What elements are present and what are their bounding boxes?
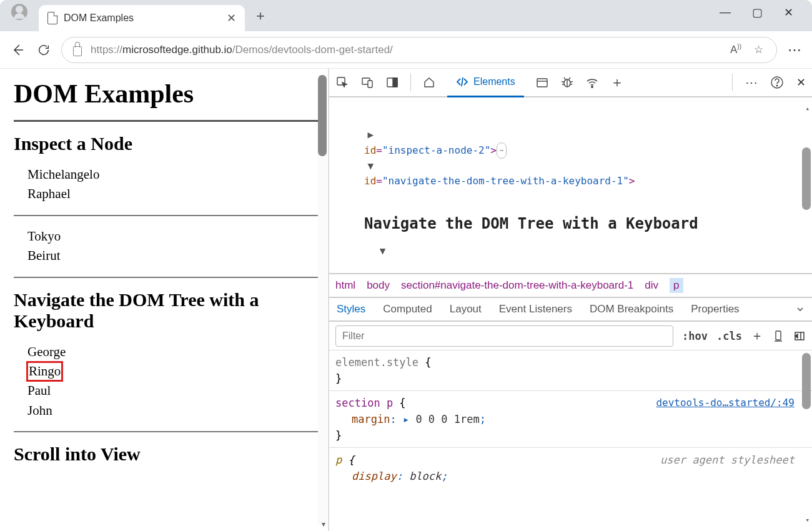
devtools-header: Elements ＋ ⋯ ✕ bbox=[329, 69, 812, 97]
list-item: Paul bbox=[27, 382, 318, 400]
help-icon[interactable] bbox=[770, 76, 784, 89]
tab-label: Elements bbox=[473, 76, 515, 87]
svg-rect-5 bbox=[537, 79, 547, 87]
tab-dom-breakpoints[interactable]: DOM Breakpoints bbox=[590, 303, 673, 315]
tab-computed[interactable]: Computed bbox=[383, 303, 432, 315]
dom-breadcrumb: html body section#navigate-the-dom-tree-… bbox=[329, 273, 812, 297]
dom-node[interactable]: ▼ bbox=[329, 244, 812, 259]
svg-rect-4 bbox=[393, 78, 397, 87]
styles-tabs: Styles Computed Layout Event Listeners D… bbox=[329, 297, 812, 322]
section-heading: Navigate the DOM Tree with a Keyboard bbox=[14, 289, 318, 332]
device-emulation-icon[interactable] bbox=[360, 76, 374, 89]
computed-sidebar-icon[interactable] bbox=[793, 330, 806, 342]
tab-title: DOM Examples bbox=[64, 12, 220, 24]
inspect-element-icon[interactable] bbox=[335, 76, 349, 89]
list-item: Beirut bbox=[27, 247, 318, 265]
favorite-icon[interactable]: ☆ bbox=[751, 43, 765, 56]
scroll-down-icon[interactable]: ▾ bbox=[322, 520, 325, 529]
scroll-up-icon[interactable]: ▴ bbox=[805, 101, 810, 116]
dom-scroll-thumb[interactable] bbox=[802, 147, 811, 210]
source-link[interactable]: devtools-do…started/:49 bbox=[656, 395, 795, 411]
url-text: https://microsoftedge.github.io/Demos/de… bbox=[91, 44, 393, 56]
devtools-panel: Elements ＋ ⋯ ✕ ▴ ▾ ▶id="inspect-a-node-2… bbox=[328, 69, 812, 531]
divider bbox=[329, 390, 812, 391]
dom-node[interactable]: ▶id="inspect-a-node-2">⋯ bbox=[329, 127, 812, 159]
more-tabs-icon[interactable] bbox=[796, 305, 805, 314]
divider bbox=[329, 447, 812, 448]
more-menu-button[interactable]: ⋯ bbox=[786, 41, 803, 59]
divider bbox=[410, 74, 411, 91]
tab-event-listeners[interactable]: Event Listeners bbox=[499, 303, 572, 315]
divider bbox=[14, 277, 318, 278]
dock-side-icon[interactable] bbox=[385, 76, 399, 89]
list-item: John bbox=[27, 402, 318, 420]
breadcrumb-item[interactable]: p bbox=[670, 278, 683, 293]
minimize-icon[interactable]: — bbox=[720, 6, 731, 19]
page-title: DOM Examples bbox=[14, 79, 318, 109]
toggle-hov-button[interactable]: :hov bbox=[682, 330, 708, 342]
list-item: George bbox=[27, 343, 318, 361]
close-devtools-icon[interactable]: ✕ bbox=[796, 76, 806, 89]
list-item: Michelangelo bbox=[27, 166, 318, 184]
sources-tab-icon[interactable] bbox=[535, 76, 549, 89]
styles-pane[interactable]: ▴ element.style { } devtools-do…started/… bbox=[329, 350, 812, 531]
dom-tree[interactable]: ▴ ▾ ▶id="inspect-a-node-2">⋯ ▼id="naviga… bbox=[329, 97, 812, 273]
tab-properties[interactable]: Properties bbox=[691, 303, 739, 315]
scroll-down-icon[interactable]: ▾ bbox=[805, 512, 810, 529]
toggle-cls-button[interactable]: .cls bbox=[716, 330, 742, 342]
device-frame-icon[interactable] bbox=[772, 330, 785, 342]
breadcrumb-item[interactable]: html bbox=[335, 279, 355, 292]
divider bbox=[14, 431, 318, 432]
window-controls: — ▢ ✕ bbox=[720, 6, 812, 26]
highlighted-item: Ringo bbox=[27, 362, 62, 380]
dom-node[interactable] bbox=[329, 97, 812, 112]
browser-tab[interactable]: DOM Examples ✕ bbox=[39, 5, 245, 31]
styles-filter-input[interactable] bbox=[335, 325, 673, 347]
tab-layout[interactable]: Layout bbox=[450, 303, 482, 315]
dom-node[interactable] bbox=[329, 112, 812, 127]
address-bar[interactable]: https://microsoftedge.github.io/Demos/de… bbox=[61, 37, 777, 63]
welcome-tab-icon[interactable] bbox=[422, 76, 436, 89]
page-scroll-thumb[interactable] bbox=[318, 75, 327, 156]
breadcrumb-item[interactable]: body bbox=[367, 279, 390, 292]
css-rule: devtools-do…started/:49 section p { marg… bbox=[335, 394, 806, 445]
list-item: Raphael bbox=[27, 185, 318, 203]
list-item: Ringo bbox=[27, 362, 318, 380]
section-heading: Scroll into View bbox=[14, 444, 318, 465]
maximize-icon[interactable]: ▢ bbox=[752, 6, 763, 19]
close-tab-icon[interactable]: ✕ bbox=[227, 11, 236, 25]
styles-filter-row: :hov .cls ＋ bbox=[329, 322, 812, 350]
css-rule: user agent stylesheet p { display: block… bbox=[335, 450, 806, 485]
profile-avatar[interactable] bbox=[11, 4, 27, 20]
network-icon[interactable] bbox=[585, 76, 599, 89]
divider bbox=[732, 74, 733, 91]
refresh-button[interactable] bbox=[35, 41, 52, 59]
dom-node[interactable]: ▼id="navigate-the-dom-tree-with-a-keyboa… bbox=[329, 159, 812, 189]
new-style-rule-icon[interactable]: ＋ bbox=[751, 327, 763, 344]
svg-rect-2 bbox=[368, 81, 372, 87]
dom-node[interactable]: Navigate the DOM Tree with a Keyboard bbox=[329, 189, 812, 231]
breadcrumb-item[interactable]: div bbox=[645, 279, 658, 292]
tab-elements[interactable]: Elements bbox=[447, 69, 524, 97]
tab-styles[interactable]: Styles bbox=[337, 303, 365, 315]
ua-stylesheet-label: user agent stylesheet bbox=[660, 452, 795, 468]
back-button[interactable] bbox=[9, 41, 26, 59]
new-tab-button[interactable]: ＋ bbox=[250, 5, 271, 26]
divider bbox=[14, 120, 318, 122]
close-window-icon[interactable]: ✕ bbox=[784, 6, 793, 19]
read-aloud-icon[interactable]: A)) bbox=[729, 43, 743, 56]
css-rule: element.style { } bbox=[335, 353, 806, 388]
list-item: Tokyo bbox=[27, 227, 318, 246]
content-area: DOM Examples Inspect a Node Michelangelo… bbox=[0, 69, 812, 531]
webpage: DOM Examples Inspect a Node Michelangelo… bbox=[0, 69, 328, 531]
page-icon bbox=[47, 12, 57, 24]
divider bbox=[14, 215, 318, 216]
dom-node[interactable]: George bbox=[329, 259, 812, 273]
svg-point-7 bbox=[592, 86, 593, 87]
more-tools-icon[interactable]: ⋯ bbox=[745, 75, 758, 90]
browser-titlebar: DOM Examples ✕ ＋ — ▢ ✕ bbox=[0, 0, 812, 31]
add-tool-icon[interactable]: ＋ bbox=[610, 76, 624, 89]
bug-icon[interactable] bbox=[560, 76, 574, 89]
breadcrumb-item[interactable]: section#navigate-the-dom-tree-with-a-key… bbox=[401, 279, 633, 292]
section-heading: Inspect a Node bbox=[14, 133, 318, 154]
